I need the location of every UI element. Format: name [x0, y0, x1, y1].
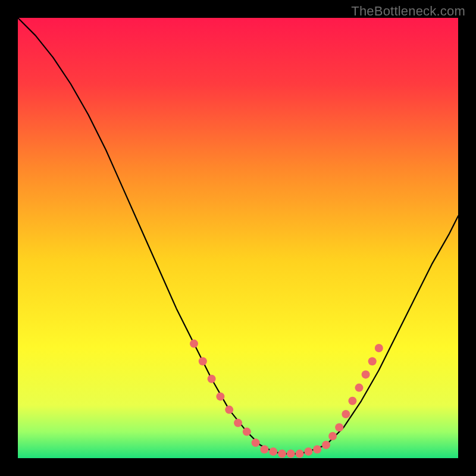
marker-dot	[260, 445, 268, 453]
marker-dot	[234, 419, 242, 427]
marker-dot	[252, 439, 260, 447]
bottleneck-curve-chart	[18, 18, 458, 458]
gradient-background	[18, 18, 458, 458]
marker-dot	[243, 428, 251, 436]
marker-dot	[328, 432, 337, 440]
marker-dot	[190, 340, 198, 348]
marker-dot	[322, 441, 330, 449]
marker-dot	[335, 423, 343, 431]
marker-dot	[304, 447, 312, 456]
marker-dot	[269, 447, 277, 456]
marker-dot	[208, 375, 216, 383]
marker-dot	[296, 450, 304, 458]
marker-dot	[199, 357, 207, 365]
marker-dot	[225, 406, 233, 414]
marker-dot	[287, 450, 295, 458]
marker-dot	[216, 392, 224, 400]
marker-dot	[342, 410, 350, 418]
marker-dot	[362, 370, 370, 378]
marker-dot	[368, 357, 377, 365]
marker-dot	[278, 450, 286, 458]
chart-frame: TheBottleneck.com	[0, 0, 476, 476]
marker-dot	[348, 397, 356, 405]
marker-dot	[375, 344, 383, 352]
marker-dot	[313, 445, 321, 453]
plot-area	[18, 18, 458, 458]
marker-dot	[355, 384, 364, 392]
watermark-text: TheBottleneck.com	[351, 4, 465, 19]
